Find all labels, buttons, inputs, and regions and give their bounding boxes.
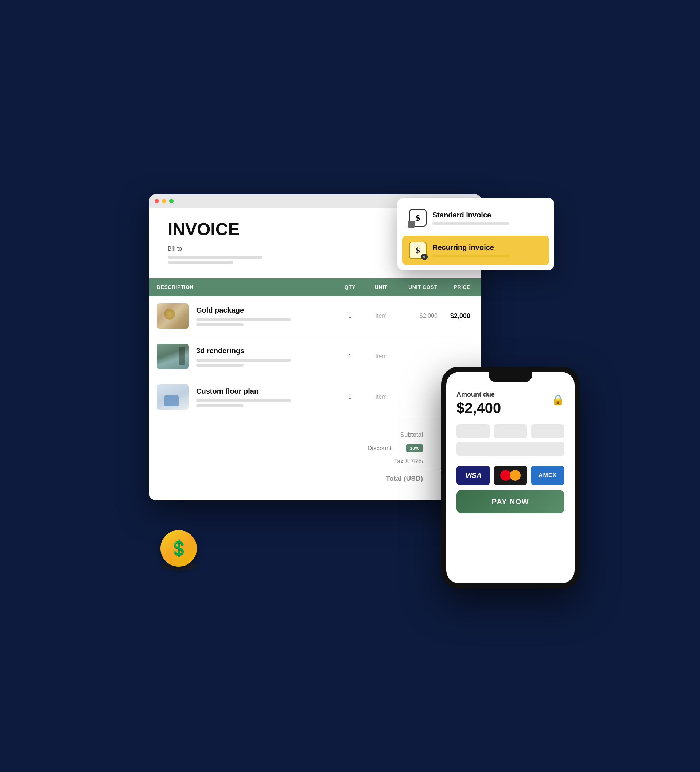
recurring-icon-badge: ↺: [421, 254, 428, 260]
standard-option-info: Standard invoice: [432, 211, 542, 225]
header-qty: QTY: [335, 284, 365, 290]
maximize-dot[interactable]: [169, 199, 173, 203]
item-desc-line1-gold: [196, 318, 291, 321]
item-desc-line2-3d: [196, 364, 243, 367]
item-details-3d: 3d renderings: [196, 347, 335, 367]
mc-orange-circle: [510, 470, 521, 481]
discount-row: Discount 10% –$4...: [160, 442, 470, 455]
item-desc-line2-gold: [196, 323, 243, 326]
discount-badge: 10%: [406, 444, 423, 452]
item-unit-3d: Item: [365, 353, 397, 360]
amount-due-label: Amount due: [457, 391, 501, 398]
item-desc-line1-floor: [196, 399, 291, 402]
item-details-gold: Gold package: [196, 306, 335, 326]
invoice-type-dropdown[interactable]: $ = Standard invoice $ ↺ Recurring invoi…: [397, 198, 554, 270]
total-row: Total (USD) $3...: [160, 469, 470, 486]
bill-to-line1: [168, 256, 263, 258]
coin-decoration: 💲: [160, 530, 201, 570]
phone-content: Amount due $2,400 🔒 VISA: [446, 382, 574, 523]
item-qty-3d: 1: [335, 353, 365, 360]
subtotal-label: Subtotal: [400, 431, 423, 438]
item-cost-gold: $2,000: [397, 312, 437, 319]
phone-screen: Amount due $2,400 🔒 VISA: [446, 372, 574, 583]
standard-option-label: Standard invoice: [432, 211, 542, 219]
phone-notch: [488, 372, 532, 382]
header-unit-cost: UNIT COST: [397, 284, 437, 290]
header-description: DESCRIPTION: [157, 284, 335, 290]
discount-label: Discount: [367, 445, 392, 452]
line-item-2: 3d renderings 1 Item: [150, 336, 481, 377]
minimize-dot[interactable]: [162, 199, 166, 203]
dropdown-separator: [403, 234, 549, 234]
standard-invoice-icon: $ =: [409, 209, 427, 227]
tax-row: Tax 8.75% $3...: [160, 455, 470, 468]
payment-logos: VISA AMEX: [457, 466, 565, 485]
phone-placeholder-3: [531, 424, 565, 438]
item-image-floor: [157, 384, 189, 410]
recurring-option-label: Recurring invoice: [432, 243, 542, 252]
phone-placeholder-1: [457, 424, 490, 438]
recurring-option-sublabel: [432, 255, 509, 257]
item-desc-line1-3d: [196, 359, 291, 361]
phone-placeholder-2: [494, 424, 527, 438]
subtotal-row: Subtotal $4,0...: [160, 429, 470, 442]
amex-logo: AMEX: [531, 466, 565, 485]
line-item-1: Gold package 1 Item $2,000 $2,000: [150, 296, 481, 336]
coin-body: 💲: [160, 530, 197, 567]
item-name-3d: 3d renderings: [196, 347, 335, 355]
close-dot[interactable]: [155, 199, 159, 203]
item-price-gold: $2,000: [437, 312, 474, 320]
total-label: Total (USD): [386, 475, 423, 483]
coin-shadow: [162, 561, 197, 570]
item-unit-gold: Item: [365, 312, 397, 319]
coin-symbol: 💲: [169, 539, 189, 558]
item-image-3d: [157, 343, 189, 369]
visa-logo: VISA: [457, 466, 490, 485]
phone-input-placeholders: [457, 424, 565, 438]
header-unit: UNIT: [365, 284, 397, 290]
pay-now-button[interactable]: PAY NOW: [457, 490, 565, 514]
item-unit-floor: Item: [365, 394, 397, 400]
item-image-gold: [157, 303, 189, 329]
item-name-gold: Gold package: [196, 306, 335, 314]
standard-option-sublabel: [432, 222, 509, 225]
line-item-3: Custom floor plan 1 Item: [150, 377, 481, 417]
amount-value: $2,400: [457, 400, 501, 416]
mobile-phone: Amount due $2,400 🔒 VISA: [441, 367, 580, 589]
standard-icon-badge: =: [408, 221, 414, 228]
mastercard-logo: [494, 466, 527, 485]
dropdown-option-recurring[interactable]: $ ↺ Recurring invoice: [403, 236, 549, 265]
recurring-option-info: Recurring invoice: [432, 243, 542, 257]
item-desc-line2-floor: [196, 404, 243, 407]
dropdown-option-standard[interactable]: $ = Standard invoice: [403, 203, 549, 232]
totals-section: Subtotal $4,0... Discount 10% –$4... Tax…: [150, 417, 481, 500]
phone-placeholder-wide: [457, 442, 565, 456]
tax-label: Tax 8.75%: [394, 458, 423, 465]
lock-icon: 🔒: [552, 394, 565, 406]
table-header: DESCRIPTION QTY UNIT UNIT COST PRICE: [150, 278, 481, 296]
item-qty-gold: 1: [335, 312, 365, 319]
header-price: PRICE: [437, 284, 474, 290]
bill-to-line2: [168, 261, 233, 264]
item-qty-floor: 1: [335, 394, 365, 400]
recurring-invoice-icon: $ ↺: [409, 242, 427, 259]
amount-due-row: Amount due $2,400 🔒: [457, 391, 565, 416]
item-name-floor: Custom floor plan: [196, 387, 335, 396]
item-details-floor: Custom floor plan: [196, 387, 335, 407]
